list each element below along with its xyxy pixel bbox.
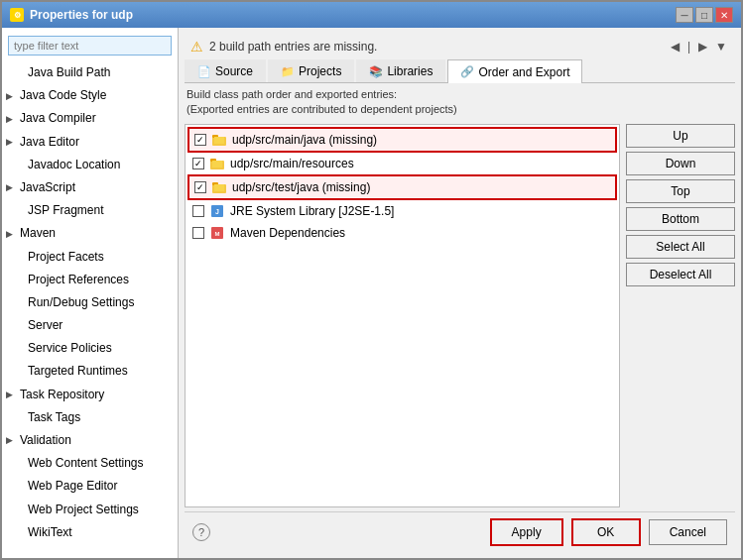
- nav-down-button[interactable]: ▼: [713, 38, 729, 56]
- sidebar-item-label: Task Tags: [28, 408, 80, 427]
- entry-item-jre-library[interactable]: J JRE System Library [J2SE-1.5]: [187, 200, 617, 222]
- build-description: Build class path order and exported entr…: [185, 87, 735, 118]
- svg-rect-9: [214, 184, 224, 191]
- sidebar-item-task-repository[interactable]: ▶ Task Repository: [2, 384, 178, 406]
- sidebar-item-label: JSP Fragment: [28, 201, 103, 220]
- tab-order-label: Order and Export: [478, 65, 569, 79]
- entry-icon-folder: [211, 132, 227, 148]
- sidebar-item-maven[interactable]: ▶ Maven: [2, 222, 178, 245]
- dialog-icon: ⚙: [10, 8, 24, 22]
- sidebar-item-targeted-runtimes[interactable]: Targeted Runtimes: [2, 360, 178, 383]
- entry-checkbox-1[interactable]: [194, 134, 206, 146]
- sidebar-item-label: Javadoc Location: [28, 156, 120, 174]
- sidebar-item-label: Project Facets: [28, 248, 104, 267]
- arrow-icon: ▶: [6, 89, 16, 103]
- entry-label-3: udp/src/test/java (missing): [232, 180, 370, 194]
- sidebar-item-label: Java Compiler: [20, 109, 96, 128]
- properties-dialog: ⚙ Properties for udp ─ □ ✕ Java Build Pa…: [0, 0, 743, 560]
- bottom-bar: ? Apply OK Cancel: [185, 511, 735, 552]
- entry-checkbox-3[interactable]: [194, 181, 206, 193]
- svg-rect-3: [214, 137, 224, 144]
- ok-button[interactable]: OK: [571, 518, 641, 546]
- sidebar-item-label: Validation: [20, 431, 71, 450]
- apply-button[interactable]: Apply: [490, 518, 563, 546]
- sidebar-item-run-debug[interactable]: Run/Debug Settings: [2, 291, 178, 314]
- entry-icon-maven: M: [209, 225, 225, 241]
- sidebar-item-label: Java Code Style: [20, 86, 106, 105]
- select-all-button[interactable]: Select All: [626, 235, 735, 259]
- entry-item-src-main-resources[interactable]: udp/src/main/resources: [187, 153, 617, 174]
- sidebar-item-project-facets[interactable]: Project Facets: [2, 246, 178, 269]
- sidebar-item-label: Run/Debug Settings: [28, 293, 134, 312]
- sidebar-item-web-content[interactable]: Web Content Settings: [2, 452, 178, 475]
- bottom-button[interactable]: Bottom: [626, 207, 735, 231]
- sidebar-item-label: JavaScript: [20, 178, 75, 197]
- build-content: udp/src/main/java (missing): [185, 124, 735, 507]
- cancel-button[interactable]: Cancel: [649, 519, 727, 545]
- entry-label-2: udp/src/main/resources: [230, 157, 354, 170]
- sidebar-item-label: Maven: [20, 224, 56, 243]
- libraries-tab-icon: 📚: [369, 65, 383, 78]
- arrow-icon: ▶: [6, 227, 16, 241]
- sidebar-item-label: Server: [28, 316, 62, 335]
- entry-icon-folder-3: [211, 179, 227, 195]
- down-button[interactable]: Down: [626, 152, 735, 175]
- sidebar-item-web-project-settings[interactable]: Web Project Settings: [2, 499, 178, 521]
- entry-checkbox-5[interactable]: [192, 227, 204, 239]
- close-button[interactable]: ✕: [715, 7, 733, 23]
- tab-source[interactable]: 📄 Source: [185, 59, 266, 82]
- title-bar: ⚙ Properties for udp ─ □ ✕: [2, 2, 741, 28]
- sidebar-item-java-code-style[interactable]: ▶ Java Code Style: [2, 84, 178, 107]
- tab-order-export[interactable]: 🔗 Order and Export: [447, 59, 582, 83]
- sidebar-item-java-editor[interactable]: ▶ Java Editor: [2, 131, 178, 154]
- nav-separator: |: [685, 38, 692, 56]
- help-button[interactable]: ?: [192, 523, 210, 541]
- sidebar-item-validation[interactable]: ▶ Validation: [2, 429, 178, 452]
- sidebar-item-server[interactable]: Server: [2, 314, 178, 337]
- up-button[interactable]: Up: [626, 124, 735, 148]
- nav-forward-button[interactable]: ▶: [696, 38, 709, 56]
- sidebar-item-java-build-path[interactable]: Java Build Path: [2, 61, 178, 84]
- entry-item-maven-deps[interactable]: M Maven Dependencies: [187, 222, 617, 244]
- sidebar-item-javadoc-location[interactable]: Javadoc Location: [2, 154, 178, 176]
- entry-icon-jre: J: [209, 203, 225, 219]
- entry-label-1: udp/src/main/java (missing): [232, 133, 377, 147]
- projects-tab-icon: 📁: [281, 65, 295, 78]
- tabs-bar: 📄 Source 📁 Projects 📚 Libraries 🔗 Order …: [185, 59, 735, 83]
- entry-checkbox-4[interactable]: [192, 205, 204, 217]
- nav-back-button[interactable]: ◀: [669, 38, 681, 56]
- title-bar-left: ⚙ Properties for udp: [10, 8, 133, 22]
- sidebar-item-wikitext[interactable]: WikiText: [2, 521, 178, 544]
- tab-projects-label: Projects: [299, 64, 341, 78]
- build-desc2: (Exported entries are contributed to dep…: [186, 103, 457, 115]
- entry-label-4: JRE System Library [J2SE-1.5]: [230, 204, 394, 218]
- search-input[interactable]: [8, 36, 172, 56]
- nav-arrows: ◀ | ▶ ▼: [669, 38, 729, 56]
- entry-checkbox-2[interactable]: [192, 158, 204, 169]
- sidebar-item-javascript[interactable]: ▶ JavaScript: [2, 176, 178, 199]
- deselect-all-button[interactable]: Deselect All: [626, 263, 735, 286]
- sidebar-item-task-tags[interactable]: Task Tags: [2, 406, 178, 429]
- sidebar-item-java-compiler[interactable]: ▶ Java Compiler: [2, 107, 178, 130]
- sidebar: Java Build Path ▶ Java Code Style ▶ Java…: [2, 28, 179, 558]
- sidebar-item-project-references[interactable]: Project References: [2, 269, 178, 291]
- sidebar-item-label: Web Page Editor: [28, 477, 118, 496]
- entry-item-src-main-java[interactable]: udp/src/main/java (missing): [187, 127, 617, 153]
- title-buttons: ─ □ ✕: [676, 7, 733, 23]
- sidebar-item-label: Service Policies: [28, 339, 112, 358]
- sidebar-item-jsp-fragment[interactable]: JSP Fragment: [2, 199, 178, 222]
- arrow-icon: ▶: [6, 388, 16, 401]
- entry-item-src-test-java[interactable]: udp/src/test/java (missing): [187, 174, 617, 200]
- sidebar-item-web-page-editor[interactable]: Web Page Editor: [2, 475, 178, 498]
- sidebar-item-label: WikiText: [28, 523, 72, 542]
- tab-libraries[interactable]: 📚 Libraries: [356, 59, 445, 82]
- arrow-icon: ▶: [6, 180, 16, 194]
- sidebar-item-service-policies[interactable]: Service Policies: [2, 337, 178, 360]
- minimize-button[interactable]: ─: [676, 7, 693, 23]
- maximize-button[interactable]: □: [695, 7, 713, 23]
- sidebar-item-label: Task Repository: [20, 386, 104, 404]
- tab-projects[interactable]: 📁 Projects: [268, 59, 354, 82]
- svg-rect-6: [212, 161, 222, 168]
- entry-list[interactable]: udp/src/main/java (missing): [185, 124, 620, 507]
- top-button[interactable]: Top: [626, 179, 735, 203]
